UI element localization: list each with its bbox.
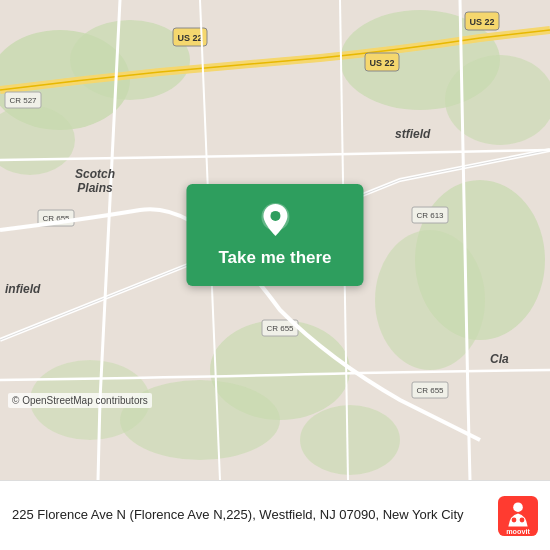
svg-text:US 22: US 22 — [469, 17, 494, 27]
take-me-there-label: Take me there — [218, 248, 331, 268]
location-pin-icon — [257, 202, 293, 238]
map-credit: © OpenStreetMap contributors — [8, 393, 152, 408]
svg-text:Plains: Plains — [77, 181, 113, 195]
svg-point-36 — [513, 502, 523, 512]
svg-point-38 — [520, 517, 525, 522]
svg-point-7 — [375, 230, 485, 370]
button-overlay: Take me there — [186, 184, 363, 286]
svg-text:US 22: US 22 — [369, 58, 394, 68]
svg-text:CR 613: CR 613 — [416, 211, 444, 220]
address-text: 225 Florence Ave N (Florence Ave N,225),… — [12, 506, 488, 524]
svg-text:US 22: US 22 — [177, 33, 202, 43]
credit-text: © OpenStreetMap contributors — [12, 395, 148, 406]
take-me-there-button[interactable]: Take me there — [186, 184, 363, 286]
svg-point-34 — [270, 211, 280, 221]
svg-text:CR 527: CR 527 — [9, 96, 37, 105]
svg-text:Scotch: Scotch — [75, 167, 115, 181]
svg-text:Cla: Cla — [490, 352, 509, 366]
svg-text:moovit: moovit — [506, 526, 530, 535]
svg-text:infield: infield — [5, 282, 41, 296]
map-container: US 22 US 22 US 22 CR 527 CR 655 CR 613 C… — [0, 0, 550, 480]
svg-text:stfield: stfield — [395, 127, 431, 141]
bottom-bar: 225 Florence Ave N (Florence Ave N,225),… — [0, 480, 550, 550]
svg-text:CR 655: CR 655 — [266, 324, 294, 333]
svg-text:CR 655: CR 655 — [416, 386, 444, 395]
moovit-icon: moovit — [498, 496, 538, 536]
svg-point-2 — [70, 20, 190, 100]
svg-point-37 — [512, 517, 517, 522]
svg-point-11 — [300, 405, 400, 475]
moovit-logo: moovit — [498, 496, 538, 536]
